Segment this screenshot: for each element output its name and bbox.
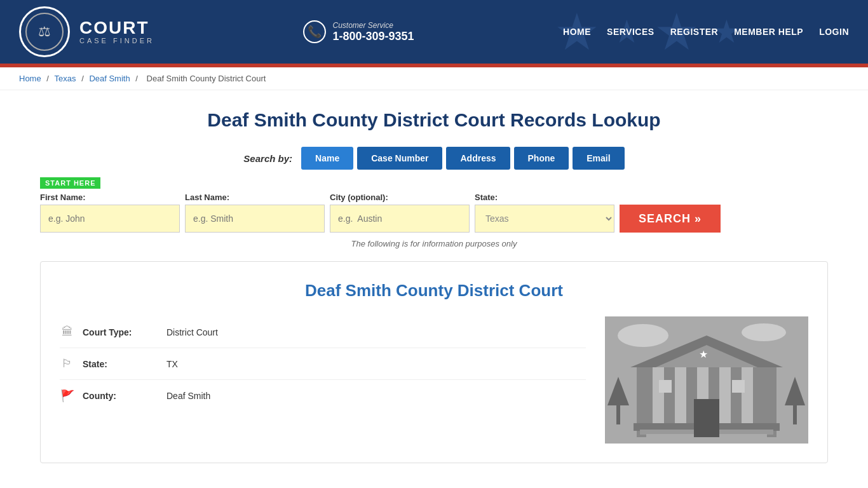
search-by-label: Search by: — [243, 153, 292, 164]
svg-point-2 — [742, 323, 786, 341]
nav-home[interactable]: HOME — [563, 27, 591, 37]
svg-rect-17 — [732, 380, 745, 393]
search-form-row: First Name: Last Name: City (optional): … — [40, 193, 828, 233]
nav-register[interactable]: REGISTER — [670, 27, 719, 37]
main-nav: HOME SERVICES REGISTER MEMBER HELP LOGIN — [563, 27, 849, 37]
state-group: State: TexasAlabamaAlaskaArizonaArkansas… — [475, 193, 614, 233]
court-card: Deaf Smith County District Court 🏛 Court… — [40, 261, 828, 463]
tab-case-number[interactable]: Case Number — [357, 147, 442, 170]
customer-service: 📞 Customer Service 1-800-309-9351 — [303, 20, 414, 43]
state-row-value: TX — [166, 359, 178, 369]
flag-icon: 🏳 — [60, 357, 75, 370]
info-note: The following is for information purpose… — [40, 239, 828, 248]
breadcrumb-county[interactable]: Deaf Smith — [89, 74, 130, 83]
first-name-input[interactable] — [40, 205, 180, 233]
breadcrumb: Home / Texas / Deaf Smith / Deaf Smith C… — [0, 67, 868, 90]
court-type-value: District Court — [166, 327, 218, 337]
logo-area: ⚖ COURT CASE FINDER — [19, 6, 154, 57]
court-info-table: 🏛 Court Type: District Court 🏳 State: TX… — [60, 316, 586, 444]
first-name-label: First Name: — [40, 193, 180, 202]
first-name-group: First Name: — [40, 193, 180, 233]
svg-rect-9 — [719, 367, 731, 424]
cs-phone: 1-800-309-9351 — [332, 30, 414, 43]
site-header: ⚖ COURT CASE FINDER 📞 Customer Service 1… — [0, 0, 868, 64]
nav-member-help[interactable]: MEMBER HELP — [734, 27, 803, 37]
court-card-title: Deaf Smith County District Court — [60, 281, 808, 301]
last-name-group: Last Name: — [185, 193, 325, 233]
tab-phone[interactable]: Phone — [514, 147, 569, 170]
svg-rect-7 — [675, 367, 686, 424]
county-value: Deaf Smith — [166, 391, 210, 401]
court-details: 🏛 Court Type: District Court 🏳 State: TX… — [60, 316, 808, 444]
svg-rect-18 — [616, 405, 620, 424]
building-icon: 🏛 — [60, 325, 75, 339]
state-label: State: — [475, 193, 614, 202]
page-title: Deaf Smith County District Court Records… — [40, 109, 828, 131]
svg-text:★: ★ — [699, 349, 708, 360]
logo-court-label: COURT — [79, 19, 154, 37]
state-row: 🏳 State: TX — [60, 348, 586, 380]
svg-point-1 — [618, 324, 668, 347]
breadcrumb-home[interactable]: Home — [19, 74, 41, 83]
court-image: ★ — [605, 316, 808, 444]
last-name-label: Last Name: — [185, 193, 325, 202]
svg-rect-10 — [742, 367, 753, 424]
state-row-label: State: — [83, 359, 159, 369]
county-label: County: — [83, 391, 159, 401]
breadcrumb-state[interactable]: Texas — [55, 74, 76, 83]
phone-icon: 📞 — [303, 20, 326, 43]
breadcrumb-current: Deaf Smith County District Court — [147, 74, 266, 83]
svg-rect-14 — [694, 399, 719, 437]
tab-name[interactable]: Name — [301, 147, 353, 170]
tab-email[interactable]: Email — [573, 147, 624, 170]
nav-login[interactable]: LOGIN — [819, 27, 849, 37]
city-input[interactable] — [330, 205, 470, 233]
nav-services[interactable]: SERVICES — [607, 27, 654, 37]
cs-label: Customer Service — [332, 21, 414, 30]
court-type-label: Court Type: — [83, 327, 159, 337]
svg-rect-20 — [793, 405, 797, 424]
search-by-row: Search by: Name Case Number Address Phon… — [40, 147, 828, 170]
last-name-input[interactable] — [185, 205, 325, 233]
court-type-row: 🏛 Court Type: District Court — [60, 316, 586, 348]
start-here-badge: START HERE — [40, 177, 100, 189]
map-icon: 🚩 — [60, 389, 75, 403]
search-button[interactable]: SEARCH » — [620, 205, 721, 233]
logo-icon: ⚖ — [19, 6, 70, 57]
city-label: City (optional): — [330, 193, 470, 202]
tab-address[interactable]: Address — [446, 147, 510, 170]
svg-rect-16 — [659, 380, 672, 393]
svg-rect-6 — [653, 367, 664, 424]
state-select[interactable]: TexasAlabamaAlaskaArizonaArkansasCalifor… — [475, 205, 614, 233]
logo-casefinder-label: CASE FINDER — [79, 37, 154, 44]
county-row: 🚩 County: Deaf Smith — [60, 380, 586, 412]
main-content: Deaf Smith County District Court Records… — [21, 90, 847, 463]
search-form-area: START HERE First Name: Last Name: City (… — [40, 177, 828, 233]
city-group: City (optional): — [330, 193, 470, 233]
logo-text: COURT CASE FINDER — [79, 19, 154, 44]
